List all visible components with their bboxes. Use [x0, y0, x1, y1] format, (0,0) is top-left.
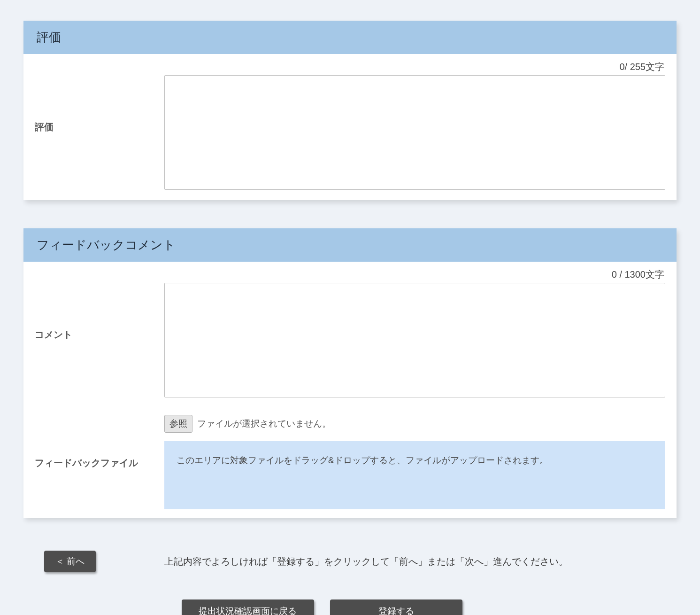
submit-button[interactable]: 登録する	[330, 599, 462, 615]
feedback-file-row-label: フィードバックファイル	[23, 408, 164, 518]
no-file-selected-text: ファイルが選択されていません。	[197, 418, 331, 430]
comment-row-label: コメント	[23, 262, 164, 408]
comment-row: コメント 0 / 1300文字	[23, 262, 677, 408]
prev-button[interactable]: ＜ 前へ	[44, 551, 96, 572]
feedback-card: フィードバックコメント コメント 0 / 1300文字 フィードバックファイル …	[23, 228, 677, 518]
evaluation-row: 評価 0/ 255文字	[23, 54, 677, 200]
evaluation-char-counter: 0/ 255文字	[164, 61, 665, 73]
feedback-card-header: フィードバックコメント	[23, 228, 677, 262]
evaluation-card-header: 評価	[23, 21, 677, 54]
actions-area: ＜ 前へ 上記内容でよろしければ「登録する」をクリックして「前へ」または「次へ」…	[23, 551, 677, 615]
evaluation-textarea[interactable]	[164, 75, 665, 190]
evaluation-card: 評価 評価 0/ 255文字	[23, 21, 677, 200]
feedback-file-row: フィードバックファイル 参照 ファイルが選択されていません。 このエリアに対象フ…	[23, 408, 677, 518]
comment-char-counter: 0 / 1300文字	[164, 268, 665, 281]
back-to-status-button[interactable]: 提出状況確認画面に戻る	[182, 599, 314, 615]
comment-textarea[interactable]	[164, 283, 665, 397]
instruction-text: 上記内容でよろしければ「登録する」をクリックして「前へ」または「次へ」進んでくだ…	[164, 555, 568, 568]
evaluation-row-label: 評価	[23, 54, 164, 200]
browse-button[interactable]: 参照	[164, 415, 192, 433]
file-drop-zone[interactable]: このエリアに対象ファイルをドラッグ&ドロップすると、ファイルがアップロードされま…	[164, 441, 665, 509]
